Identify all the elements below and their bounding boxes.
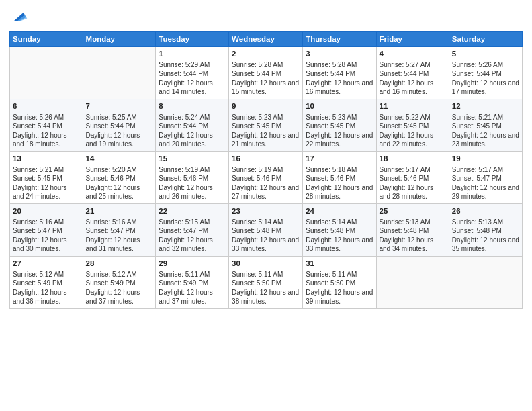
calendar-week-row: 6Sunrise: 5:26 AM Sunset: 5:44 PM Daylig… [10,99,523,152]
day-info: Sunrise: 5:24 AM Sunset: 5:44 PM Dayligh… [159,113,226,149]
day-info: Sunrise: 5:17 AM Sunset: 5:47 PM Dayligh… [452,165,519,201]
calendar-cell: 8Sunrise: 5:24 AM Sunset: 5:44 PM Daylig… [156,99,229,152]
day-number: 4 [380,49,446,60]
calendar-week-row: 1Sunrise: 5:29 AM Sunset: 5:44 PM Daylig… [10,47,523,99]
day-number: 20 [13,206,80,217]
calendar-week-row: 27Sunrise: 5:12 AM Sunset: 5:49 PM Dayli… [10,257,523,309]
day-info: Sunrise: 5:14 AM Sunset: 5:48 PM Dayligh… [306,218,373,254]
day-number: 29 [159,259,226,269]
day-number: 2 [232,49,300,60]
calendar-header-row: Sunday Monday Tuesday Wednesday Thursday… [10,32,523,47]
day-number: 17 [306,154,373,165]
calendar-cell: 7Sunrise: 5:25 AM Sunset: 5:44 PM Daylig… [83,99,156,152]
day-info: Sunrise: 5:15 AM Sunset: 5:47 PM Dayligh… [159,218,226,254]
logo [9,7,31,26]
day-info: Sunrise: 5:28 AM Sunset: 5:44 PM Dayligh… [232,60,300,97]
col-tuesday: Tuesday [156,32,229,47]
calendar-cell: 20Sunrise: 5:16 AM Sunset: 5:47 PM Dayli… [10,204,83,257]
day-info: Sunrise: 5:12 AM Sunset: 5:49 PM Dayligh… [13,270,80,306]
day-info: Sunrise: 5:11 AM Sunset: 5:50 PM Dayligh… [232,270,300,306]
calendar: Sunday Monday Tuesday Wednesday Thursday… [9,31,523,309]
col-saturday: Saturday [449,32,522,47]
col-thursday: Thursday [303,32,376,47]
day-info: Sunrise: 5:21 AM Sunset: 5:45 PM Dayligh… [452,113,519,149]
day-info: Sunrise: 5:11 AM Sunset: 5:49 PM Dayligh… [159,270,226,306]
calendar-cell: 10Sunrise: 5:23 AM Sunset: 5:45 PM Dayli… [303,99,376,152]
calendar-week-row: 13Sunrise: 5:21 AM Sunset: 5:45 PM Dayli… [10,152,523,204]
calendar-cell: 31Sunrise: 5:11 AM Sunset: 5:50 PM Dayli… [303,257,376,309]
day-number: 10 [306,101,373,112]
day-info: Sunrise: 5:29 AM Sunset: 5:44 PM Dayligh… [159,60,226,97]
day-number: 7 [86,101,153,112]
day-info: Sunrise: 5:20 AM Sunset: 5:46 PM Dayligh… [86,165,153,201]
day-number: 5 [452,49,519,60]
day-number: 15 [159,154,226,165]
calendar-cell: 19Sunrise: 5:17 AM Sunset: 5:47 PM Dayli… [449,152,522,204]
day-info: Sunrise: 5:16 AM Sunset: 5:47 PM Dayligh… [86,218,153,254]
day-number: 16 [232,154,300,165]
calendar-cell: 13Sunrise: 5:21 AM Sunset: 5:45 PM Dayli… [10,152,83,204]
day-info: Sunrise: 5:18 AM Sunset: 5:46 PM Dayligh… [306,165,373,201]
calendar-cell: 26Sunrise: 5:13 AM Sunset: 5:48 PM Dayli… [449,204,522,257]
calendar-cell: 23Sunrise: 5:14 AM Sunset: 5:48 PM Dayli… [229,204,303,257]
day-number: 11 [380,101,446,112]
calendar-cell: 4Sunrise: 5:27 AM Sunset: 5:44 PM Daylig… [376,47,449,99]
day-number: 9 [232,101,300,112]
calendar-cell: 6Sunrise: 5:26 AM Sunset: 5:44 PM Daylig… [10,99,83,152]
calendar-cell: 28Sunrise: 5:12 AM Sunset: 5:49 PM Dayli… [83,257,156,309]
day-info: Sunrise: 5:14 AM Sunset: 5:48 PM Dayligh… [232,218,300,254]
header [9,7,523,26]
calendar-cell [449,257,522,309]
day-number: 26 [452,206,519,217]
day-info: Sunrise: 5:26 AM Sunset: 5:44 PM Dayligh… [452,60,519,97]
calendar-week-row: 20Sunrise: 5:16 AM Sunset: 5:47 PM Dayli… [10,204,523,257]
calendar-cell [376,257,449,309]
day-number: 22 [159,206,226,217]
day-info: Sunrise: 5:17 AM Sunset: 5:46 PM Dayligh… [380,165,446,201]
day-info: Sunrise: 5:23 AM Sunset: 5:45 PM Dayligh… [232,113,300,149]
calendar-cell: 27Sunrise: 5:12 AM Sunset: 5:49 PM Dayli… [10,257,83,309]
calendar-cell: 14Sunrise: 5:20 AM Sunset: 5:46 PM Dayli… [83,152,156,204]
calendar-cell: 22Sunrise: 5:15 AM Sunset: 5:47 PM Dayli… [156,204,229,257]
day-number: 13 [13,154,80,165]
day-number: 31 [306,259,373,269]
day-info: Sunrise: 5:26 AM Sunset: 5:44 PM Dayligh… [13,113,80,149]
calendar-cell [83,47,156,99]
col-sunday: Sunday [10,32,83,47]
day-number: 21 [86,206,153,217]
day-number: 8 [159,101,226,112]
calendar-cell: 2Sunrise: 5:28 AM Sunset: 5:44 PM Daylig… [229,47,303,99]
day-info: Sunrise: 5:22 AM Sunset: 5:45 PM Dayligh… [380,113,446,149]
day-info: Sunrise: 5:16 AM Sunset: 5:47 PM Dayligh… [13,218,80,254]
calendar-cell: 30Sunrise: 5:11 AM Sunset: 5:50 PM Dayli… [229,257,303,309]
day-number: 6 [13,101,80,112]
day-info: Sunrise: 5:21 AM Sunset: 5:45 PM Dayligh… [13,165,80,201]
day-number: 27 [13,259,80,269]
day-number: 19 [452,154,519,165]
col-wednesday: Wednesday [229,32,303,47]
day-info: Sunrise: 5:23 AM Sunset: 5:45 PM Dayligh… [306,113,373,149]
calendar-cell: 16Sunrise: 5:19 AM Sunset: 5:46 PM Dayli… [229,152,303,204]
day-info: Sunrise: 5:19 AM Sunset: 5:46 PM Dayligh… [232,165,300,201]
col-friday: Friday [376,32,449,47]
calendar-cell: 24Sunrise: 5:14 AM Sunset: 5:48 PM Dayli… [303,204,376,257]
day-info: Sunrise: 5:13 AM Sunset: 5:48 PM Dayligh… [452,218,519,254]
calendar-cell [10,47,83,99]
day-number: 30 [232,259,300,269]
day-number: 3 [306,49,373,60]
day-number: 14 [86,154,153,165]
day-info: Sunrise: 5:19 AM Sunset: 5:46 PM Dayligh… [159,165,226,201]
calendar-cell: 29Sunrise: 5:11 AM Sunset: 5:49 PM Dayli… [156,257,229,309]
day-number: 24 [306,206,373,217]
page: Sunday Monday Tuesday Wednesday Thursday… [0,0,532,411]
calendar-cell: 5Sunrise: 5:26 AM Sunset: 5:44 PM Daylig… [449,47,522,99]
calendar-cell: 9Sunrise: 5:23 AM Sunset: 5:45 PM Daylig… [229,99,303,152]
day-number: 12 [452,101,519,112]
day-number: 1 [159,49,226,60]
day-info: Sunrise: 5:11 AM Sunset: 5:50 PM Dayligh… [306,270,373,306]
day-info: Sunrise: 5:12 AM Sunset: 5:49 PM Dayligh… [86,270,153,306]
calendar-cell: 12Sunrise: 5:21 AM Sunset: 5:45 PM Dayli… [449,99,522,152]
calendar-cell: 25Sunrise: 5:13 AM Sunset: 5:48 PM Dayli… [376,204,449,257]
day-info: Sunrise: 5:28 AM Sunset: 5:44 PM Dayligh… [306,60,373,97]
col-monday: Monday [83,32,156,47]
